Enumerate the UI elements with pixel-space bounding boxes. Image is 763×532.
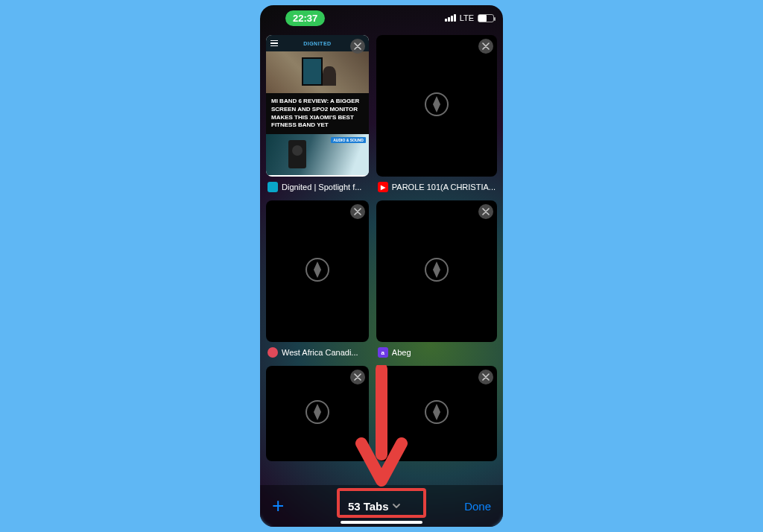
phone-frame: 22:37 LTE DIGNITED MI BAND 6 REVIEW: A	[260, 5, 503, 527]
tab-title: West Africa Canadi...	[282, 348, 358, 357]
tab-card[interactable]: a Abeg	[376, 200, 497, 358]
tab-title: Dignited | Spotlight f...	[282, 183, 361, 191]
tab-title: PAROLE 101(A CHRISTIA...	[392, 183, 496, 191]
close-icon	[482, 208, 490, 215]
favicon	[267, 182, 278, 192]
tab-preview[interactable]	[376, 366, 497, 461]
close-tab-button[interactable]	[350, 39, 365, 54]
compass-icon	[304, 256, 331, 286]
compass-icon	[423, 256, 450, 286]
compass-icon	[304, 399, 331, 428]
close-tab-button[interactable]	[350, 204, 365, 219]
tab-title: Abeg	[392, 348, 411, 357]
close-icon	[354, 373, 361, 381]
network-type: LTE	[460, 13, 474, 22]
close-tab-button[interactable]	[350, 370, 365, 384]
tab-preview[interactable]	[266, 366, 369, 461]
tab-card[interactable]: West Africa Canadi...	[266, 200, 369, 358]
close-tab-button[interactable]	[478, 370, 493, 384]
close-icon	[482, 42, 490, 50]
close-icon	[482, 373, 490, 381]
signal-icon	[445, 14, 456, 22]
chevron-down-icon	[392, 501, 401, 510]
favicon: ▶	[378, 182, 388, 192]
tab-preview[interactable]: DIGNITED MI BAND 6 REVIEW: A BIGGER SCRE…	[266, 35, 369, 177]
favicon: a	[378, 347, 388, 358]
article-image: AUDIO & SOUND	[266, 134, 369, 175]
home-indicator[interactable]	[341, 521, 422, 524]
brand-logo: DIGNITED	[303, 41, 331, 46]
tab-card[interactable]	[376, 366, 497, 461]
new-tab-button[interactable]: +	[272, 495, 284, 516]
close-icon	[354, 208, 361, 215]
tab-card[interactable]: ▶ PAROLE 101(A CHRISTIA...	[376, 35, 497, 193]
done-button[interactable]: Done	[464, 500, 491, 513]
article-headline: MI BAND 6 REVIEW: A BIGGER SCREEN AND SP…	[266, 93, 369, 134]
time-pill[interactable]: 22:37	[285, 10, 325, 26]
category-badge: AUDIO & SOUND	[331, 137, 366, 143]
tabs-grid: DIGNITED MI BAND 6 REVIEW: A BIGGER SCRE…	[260, 31, 503, 461]
tab-preview[interactable]	[266, 200, 369, 342]
tabs-count-label: 53 Tabs	[348, 500, 389, 513]
hamburger-icon	[270, 40, 278, 47]
favicon	[267, 347, 278, 358]
compass-icon	[423, 91, 450, 121]
close-tab-button[interactable]	[478, 204, 493, 219]
tabs-count-button[interactable]: 53 Tabs	[348, 500, 401, 513]
status-bar: 22:37 LTE	[260, 5, 503, 31]
tab-card[interactable]: DIGNITED MI BAND 6 REVIEW: A BIGGER SCRE…	[266, 35, 369, 193]
tab-preview[interactable]	[376, 200, 497, 342]
close-tab-button[interactable]	[478, 39, 493, 54]
status-indicators: LTE	[445, 13, 494, 22]
battery-icon	[478, 14, 494, 22]
compass-icon	[423, 399, 450, 428]
close-icon	[354, 42, 361, 50]
tab-card[interactable]	[266, 366, 369, 461]
tab-preview[interactable]	[376, 35, 497, 177]
hero-image	[266, 51, 369, 93]
